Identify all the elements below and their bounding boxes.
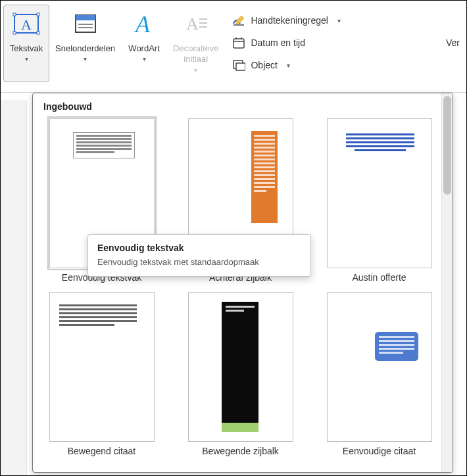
scrollbar-thumb[interactable]: [443, 96, 451, 195]
gallery-item-label: Eenvoudige citaat: [343, 446, 416, 456]
signature-icon: [232, 14, 245, 27]
chevron-down-icon: ▾: [194, 66, 197, 74]
object-icon: [232, 59, 245, 72]
datum-en-tijd-label: Datum en tijd: [251, 37, 305, 48]
gallery-scrollbar[interactable]: [441, 93, 453, 472]
svg-rect-3: [13, 32, 16, 34]
snelonderdelen-button[interactable]: Snelonderdelen ▾: [51, 5, 120, 82]
svg-text:A: A: [186, 14, 199, 34]
chevron-down-icon: ▾: [84, 55, 87, 62]
object-label: Object: [251, 60, 277, 70]
svg-rect-1: [13, 13, 16, 16]
gallery-item-austin-offerte[interactable]: Austin offerte: [320, 118, 439, 283]
gallery-item-bewegend-citaat[interactable]: Bewegend citaat: [42, 292, 161, 456]
svg-text:A: A: [21, 16, 32, 33]
gallery-item-eenvoudige-citaat[interactable]: Eenvoudige citaat: [320, 292, 439, 456]
svg-rect-21: [236, 63, 245, 70]
tooltip-description: Eenvoudig tekstvak met standaardopmaak: [97, 257, 301, 267]
handtekeningregel-button[interactable]: Handtekeningregel ▾: [232, 11, 341, 30]
tekstvak-gallery: Ingebouwd Eenvoudig tekstvak: [32, 93, 453, 473]
chevron-down-icon: ▾: [287, 62, 290, 69]
gallery-item-label: Austin offerte: [352, 272, 406, 283]
svg-rect-4: [37, 32, 39, 34]
tekstvak-button[interactable]: A Tekstvak ▾: [3, 5, 49, 82]
gallery-item-bewegende-zijbalk[interactable]: Bewegende zijbalk: [181, 292, 300, 456]
ribbon: A Tekstvak ▾ Snelonderdelen ▾ A WordArt …: [1, 1, 466, 93]
ribbon-group-insert-extra: Handtekeningregel ▾ Datum en tijd Object…: [228, 5, 345, 74]
gallery-item-label: Bewegend citaat: [68, 446, 136, 456]
snelonderdelen-label: Snelonderdelen: [55, 43, 115, 54]
chevron-down-icon: ▾: [143, 55, 146, 62]
gallery-item-label: Bewegende zijbalk: [202, 446, 279, 456]
gallery-grid: Eenvoudig tekstvak Achteraf zijbalk: [42, 118, 439, 456]
chevron-down-icon: ▾: [337, 17, 341, 24]
gallery-content: Ingebouwd Eenvoudig tekstvak: [33, 93, 441, 472]
ribbon-group-textboxes: A Tekstvak ▾ Snelonderdelen ▾ A WordArt …: [3, 5, 228, 82]
object-button[interactable]: Object ▾: [232, 56, 341, 74]
dropcap-icon: A: [180, 8, 212, 39]
svg-rect-7: [76, 15, 95, 20]
handtekeningregel-label: Handtekeningregel: [251, 15, 328, 26]
svg-rect-16: [234, 39, 244, 48]
truncated-ribbon-label: Ver: [446, 5, 464, 48]
decoratieve-initiaal-label: Decoratieve initiaal: [173, 43, 218, 65]
wordart-button[interactable]: A WordArt ▾: [121, 5, 167, 82]
snelonderdelen-icon: [70, 8, 101, 39]
tooltip: Eenvoudig tekstvak Eenvoudig tekstvak me…: [87, 234, 311, 277]
chevron-down-icon: ▾: [25, 55, 28, 62]
wordart-icon: A: [128, 8, 160, 39]
svg-text:A: A: [134, 11, 151, 37]
tooltip-title: Eenvoudig tekstvak: [97, 243, 301, 253]
tekstvak-icon: A: [11, 8, 42, 39]
wordart-label: WordArt: [128, 43, 159, 54]
tekstvak-label: Tekstvak: [10, 43, 43, 54]
calendar-icon: [232, 36, 245, 49]
gallery-header: Ingebouwd: [42, 100, 439, 118]
datum-en-tijd-button[interactable]: Datum en tijd: [232, 34, 341, 52]
svg-rect-2: [37, 13, 39, 16]
decoratieve-initiaal-button: A Decoratieve initiaal ▾: [168, 5, 223, 82]
document-margin-strip: [1, 101, 27, 475]
